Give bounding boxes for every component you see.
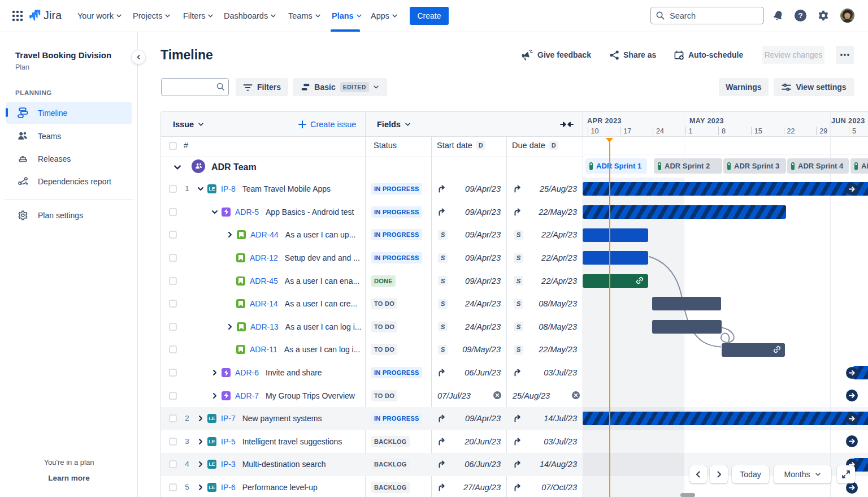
svg-text:?: ? [798, 11, 802, 20]
